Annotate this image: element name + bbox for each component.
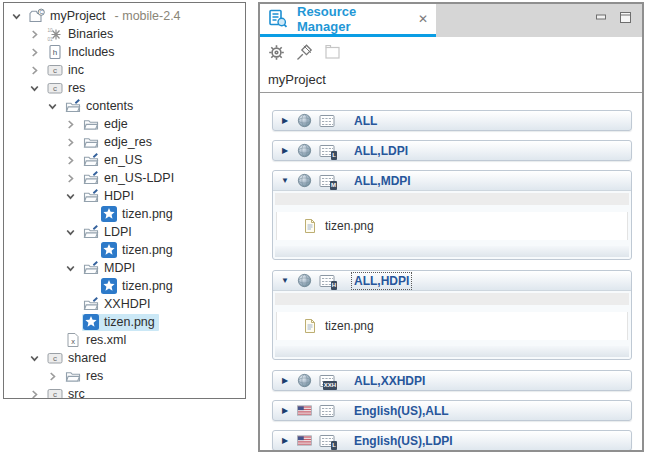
resource-section-all-ldpi: ▶ L ALL,LDPI: [272, 140, 632, 161]
chevron-down-icon[interactable]: [65, 189, 82, 203]
section-header[interactable]: ▼ M ALL,MDPI: [273, 171, 631, 191]
section-footer-shade: [275, 246, 629, 257]
tree-label: res: [68, 81, 85, 95]
tree-row[interactable]: LDPI: [4, 223, 245, 241]
indent-spacer: [65, 297, 82, 311]
tree-row[interactable]: tizen.png: [4, 241, 245, 259]
tree-row[interactable]: res: [4, 367, 245, 385]
triangle-right-icon[interactable]: ▶: [280, 377, 290, 385]
chevron-down-icon[interactable]: [11, 9, 28, 23]
tree-label: Binaries: [68, 27, 113, 41]
maximize-icon[interactable]: [619, 11, 632, 24]
chevron-right-icon[interactable]: [47, 369, 64, 383]
chevron-right-icon[interactable]: [29, 27, 46, 41]
tree-row[interactable]: HDPI: [4, 187, 245, 205]
tree-row[interactable]: en_US: [4, 151, 245, 169]
chevron-down-icon[interactable]: [47, 99, 64, 113]
view-tab-bar: Resource Manager ✕: [260, 4, 642, 37]
chevron-right-icon[interactable]: [65, 153, 82, 167]
svg-text:x: x: [71, 337, 75, 346]
resource-section-all: ▶ ALL: [272, 110, 632, 131]
tree-label: tizen.png: [122, 243, 173, 257]
triangle-right-icon[interactable]: ▶: [280, 437, 290, 445]
chevron-right-icon[interactable]: [65, 117, 82, 131]
tree-label: shared: [68, 351, 106, 365]
resource-folder-icon: [83, 296, 99, 312]
resource-manager-panel: Resource Manager ✕ myProject ▶ ALL ▶: [258, 2, 644, 452]
tree-row-selected[interactable]: tizen.png: [4, 313, 245, 331]
section-header[interactable]: ▼ H ALL,HDPI: [273, 271, 631, 291]
tree-row[interactable]: contents: [4, 97, 245, 115]
dpi-grid-icon: M: [319, 174, 335, 188]
tree-row[interactable]: edje_res: [4, 133, 245, 151]
close-icon[interactable]: ✕: [418, 12, 428, 26]
section-header[interactable]: ▶ L ALL,LDPI: [272, 140, 632, 161]
tree-label: tizen.png: [104, 315, 155, 329]
section-label: English(US),LDPI: [352, 433, 455, 449]
chevron-right-icon[interactable]: [65, 135, 82, 149]
tree-row[interactable]: edje: [4, 115, 245, 133]
section-header[interactable]: ▶ English(US),ALL: [272, 400, 632, 421]
tree-row[interactable]: cshared: [4, 349, 245, 367]
resource-item-label: tizen.png: [325, 319, 374, 333]
tree-row[interactable]: csrc: [4, 385, 245, 399]
tree-row[interactable]: cres: [4, 79, 245, 97]
svg-text:c: c: [53, 390, 57, 399]
chevron-right-icon[interactable]: [65, 171, 82, 185]
globe-icon: [297, 143, 312, 158]
pin-icon[interactable]: [295, 43, 314, 62]
dpi-grid-icon: L: [319, 144, 335, 158]
tree-label: contents: [86, 99, 133, 113]
tree-row[interactable]: en_US-LDPI: [4, 169, 245, 187]
section-header[interactable]: ▶ ALL: [272, 110, 632, 131]
project-explorer-panel: CmyProject- mobile-2.4 1001Binaries hInc…: [3, 2, 246, 399]
minimize-icon[interactable]: [595, 11, 608, 23]
resource-item[interactable]: tizen.png: [277, 318, 374, 334]
tree-row[interactable]: 1001Binaries: [4, 25, 245, 43]
tab-resource-manager[interactable]: Resource Manager ✕: [260, 4, 436, 37]
tree-label: en_US: [104, 153, 142, 167]
tree-row[interactable]: tizen.png: [4, 205, 245, 223]
triangle-down-icon[interactable]: ▼: [280, 277, 290, 285]
section-label-focused: ALL,HDPI: [352, 273, 411, 289]
dpi-badge: XXH: [323, 381, 337, 390]
triangle-down-icon[interactable]: ▼: [280, 177, 290, 185]
section-label: ALL,LDPI: [352, 143, 410, 159]
chevron-down-icon[interactable]: [65, 261, 82, 275]
resource-item[interactable]: tizen.png: [277, 218, 374, 234]
dpi-badge: L: [331, 441, 337, 450]
resource-folder-icon: [65, 98, 81, 114]
section-header[interactable]: ▶ XXH ALL,XXHDPI: [272, 370, 632, 391]
triangle-right-icon[interactable]: ▶: [280, 407, 290, 415]
settings-gear-icon[interactable]: [267, 43, 286, 62]
svg-text:c: c: [53, 354, 57, 363]
triangle-right-icon[interactable]: ▶: [280, 147, 290, 155]
c-source-folder-icon: c: [47, 80, 63, 96]
chevron-right-icon[interactable]: [29, 45, 46, 59]
tree-row[interactable]: tizen.png: [4, 277, 245, 295]
tree-row[interactable]: XXHDPI: [4, 295, 245, 313]
tree-label: tizen.png: [122, 207, 173, 221]
chevron-down-icon[interactable]: [29, 351, 46, 365]
triangle-right-icon[interactable]: ▶: [280, 117, 290, 125]
chevron-down-icon[interactable]: [29, 81, 46, 95]
tree-row[interactable]: xres.xml: [4, 331, 245, 349]
chevron-right-icon[interactable]: [29, 63, 46, 77]
file-icon: [303, 218, 317, 234]
tree-row[interactable]: MDPI: [4, 259, 245, 277]
tizen-image-icon: [101, 278, 117, 294]
project-profile-suffix: - mobile-2.4: [115, 9, 181, 23]
view-toolbar: [260, 37, 642, 67]
globe-icon: [297, 273, 312, 288]
tree-row-project[interactable]: CmyProject- mobile-2.4: [4, 7, 245, 25]
resource-folder-icon: [83, 188, 99, 204]
tree-label: en_US-LDPI: [104, 171, 174, 185]
globe-icon: [297, 373, 312, 388]
section-label: ALL: [352, 113, 379, 129]
globe-icon: [297, 113, 312, 128]
chevron-down-icon[interactable]: [65, 225, 82, 239]
tree-row[interactable]: cinc: [4, 61, 245, 79]
tree-row[interactable]: hIncludes: [4, 43, 245, 61]
chevron-right-icon[interactable]: [29, 387, 46, 399]
section-header[interactable]: ▶ L English(US),LDPI: [272, 430, 632, 451]
